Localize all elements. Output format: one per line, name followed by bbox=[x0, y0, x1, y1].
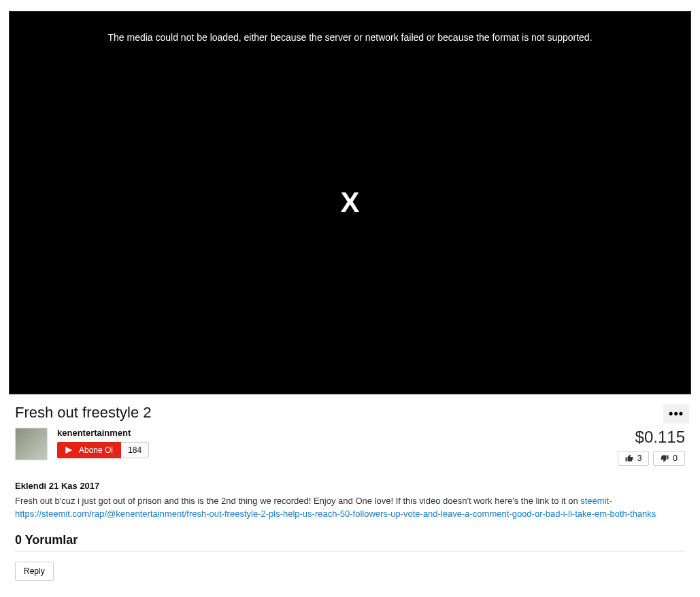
video-title: Fresh out freestyle 2 bbox=[15, 404, 152, 422]
upload-date: Eklendi 21 Kas 2017 bbox=[15, 479, 685, 493]
play-icon bbox=[65, 447, 75, 454]
comments-header: 0 Yorumlar bbox=[15, 533, 685, 552]
subscribe-label: Abone Ol bbox=[79, 445, 113, 455]
like-button[interactable]: 3 bbox=[618, 451, 650, 466]
more-actions-button[interactable]: ••• bbox=[663, 404, 689, 424]
dislike-button[interactable]: 0 bbox=[653, 451, 685, 466]
subscriber-count: 184 bbox=[121, 442, 149, 458]
thumbs-down-icon bbox=[661, 454, 669, 462]
video-description: Eklendi 21 Kas 2017 Fresh out b'cuz i ju… bbox=[1, 471, 699, 533]
video-price: $0.115 bbox=[618, 428, 685, 447]
video-player[interactable]: The media could not be loaded, either be… bbox=[9, 11, 691, 394]
reply-button[interactable]: Reply bbox=[15, 562, 54, 581]
dislike-count: 0 bbox=[673, 454, 678, 463]
thumbs-up-icon bbox=[625, 454, 633, 462]
player-error-icon: X bbox=[340, 186, 359, 219]
player-error-message: The media could not be loaded, either be… bbox=[10, 12, 690, 43]
subscribe-button[interactable]: Abone Ol bbox=[57, 442, 121, 458]
channel-name-link[interactable]: kenentertainment bbox=[57, 428, 149, 438]
description-text: Fresh out b'cuz i just got out of prison… bbox=[15, 496, 580, 506]
like-count: 3 bbox=[637, 454, 642, 463]
channel-avatar[interactable] bbox=[15, 428, 48, 460]
